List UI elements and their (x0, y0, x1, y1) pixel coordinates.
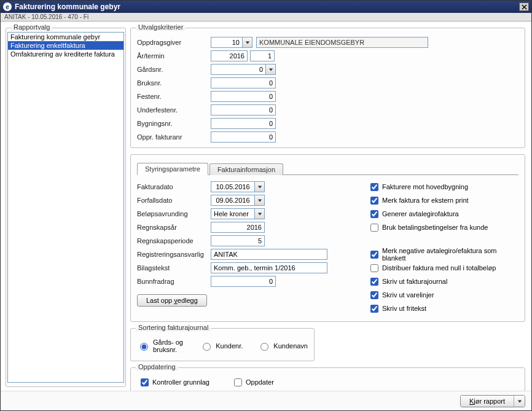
run-report-button[interactable]: Kjør rapport (461, 396, 514, 407)
chk-kontroller-grunnlag-input[interactable] (141, 378, 149, 386)
registreringsansvarlig-label: Registreringsansvarlig (137, 251, 211, 258)
window-title: Fakturering kommunale gebyr (15, 2, 120, 11)
utvalgskriterier-group: Utvalgskriterier Oppdragsgiver KOMMUNALE… (130, 28, 525, 148)
svg-marker-7 (517, 400, 521, 402)
title-bar: e Fakturering kommunale gebyr (1, 1, 531, 13)
bunnfradrag-label: Bunnfradrag (137, 278, 211, 285)
chevron-down-icon[interactable] (242, 37, 252, 47)
tab-fakturainformasjon[interactable]: Fakturainformasjon (209, 163, 283, 175)
upload-attachment-button[interactable]: Last opp vedlegg (137, 294, 207, 307)
sortering-legend: Sortering fakturajournal (136, 324, 211, 331)
list-item[interactable]: Omfakturering av krediterte faktura (8, 50, 123, 58)
regnskapsar-label: Regnskapsår (137, 224, 211, 231)
underfestenr-input[interactable] (211, 104, 276, 115)
gardsnr-input[interactable] (211, 65, 265, 74)
bygningsnr-input[interactable] (211, 118, 276, 129)
belopsavrunding-input[interactable] (211, 209, 254, 219)
radio-kundenr-label: Kundenr. (216, 342, 243, 350)
chevron-down-icon[interactable] (254, 195, 264, 205)
opprfakturanr-label: Oppr. fakturanr (137, 133, 211, 141)
termin-input[interactable] (250, 50, 275, 61)
bruksnr-label: Bruksnr. (137, 79, 211, 87)
chk-avtalegiro-label: Generer avtalegirofaktura (382, 210, 459, 217)
chk-kontroller-grunnlag[interactable]: Kontroller grunnlag (141, 375, 209, 389)
festenr-input[interactable] (211, 91, 276, 102)
chk-oppdater-label: Oppdater (246, 378, 274, 386)
close-button[interactable] (519, 2, 529, 11)
tab-styringsparametre[interactable]: Styringsparametre (137, 163, 208, 175)
gardsnr-field[interactable] (211, 64, 276, 75)
chk-avtalegiro[interactable] (370, 210, 378, 218)
chevron-down-icon (517, 399, 522, 404)
opprfakturanr-input[interactable] (211, 131, 276, 143)
ar-input[interactable] (211, 50, 248, 61)
radio-kundenavn-input[interactable] (260, 343, 268, 351)
chevron-down-icon[interactable] (265, 65, 275, 74)
utvalgskriterier-legend: Utvalgskriterier (136, 23, 186, 31)
sortering-group: Sortering fakturajournal Gårds- og bruks… (130, 328, 315, 361)
oppdatering-group: Oppdatering Kontroller grunnlag Oppdater (130, 367, 525, 391)
upload-attachment-label: Last opp vedlegg (146, 297, 198, 304)
regnskapsperiode-input[interactable] (211, 235, 265, 246)
bunnfradrag-input[interactable] (211, 276, 276, 287)
chk-fakturajournal-label: Skriv ut fakturajournal (382, 278, 447, 285)
oppdragsgiver-label: Oppdragsgiver (137, 39, 211, 46)
radio-gardsbruksnr[interactable]: Gårds- og bruksnr. (137, 339, 185, 353)
chk-oppdater-input[interactable] (234, 378, 242, 386)
chk-fakturajournal[interactable] (370, 278, 378, 286)
radio-kundenr[interactable]: Kundenr. (200, 341, 243, 351)
artermin-label: År/termin (137, 52, 211, 60)
radio-kundenavn-label: Kundenavn (273, 342, 308, 350)
chk-betalingsbetingelser[interactable] (370, 224, 378, 232)
svg-marker-5 (257, 199, 261, 202)
regnskapsperiode-label: Regnskapsperiode (137, 237, 211, 245)
sub-title-bar: ANITAK - 10.05.2016 - 470 - Fi (1, 13, 531, 22)
fakturadato-field[interactable] (211, 181, 265, 192)
radio-gardsbruksnr-input[interactable] (140, 343, 148, 351)
oppdatering-legend: Oppdatering (136, 363, 178, 370)
forfallsdato-input[interactable] (211, 195, 254, 205)
svg-marker-3 (268, 68, 272, 71)
chk-varelinjer[interactable] (370, 291, 378, 299)
belopsavrunding-field[interactable] (211, 208, 265, 219)
app-logo-icon: e (3, 2, 12, 11)
chk-ekstern-print-label: Merk faktura for ekstern print (382, 197, 469, 204)
bilagstekst-input[interactable] (211, 262, 327, 273)
svg-marker-4 (257, 186, 261, 188)
chk-distribuer-null-label: Distribuer faktura med null i totalbeløp (382, 264, 496, 272)
bilagstekst-label: Bilagstekst (137, 264, 211, 272)
chk-oppdater[interactable]: Oppdater (234, 375, 274, 389)
fakturadato-input[interactable] (211, 182, 254, 192)
forfallsdato-field[interactable] (211, 195, 265, 206)
gardsnr-label: Gårdsnr. (137, 66, 211, 73)
regnskapsar-input[interactable] (211, 222, 265, 233)
chk-betalingsbetingelser-label: Bruk betalingsbetingelser fra kunde (382, 224, 488, 231)
list-item[interactable]: Fakturering kommunale gebyr (8, 33, 123, 41)
oppdragsgiver-input[interactable] (211, 37, 242, 47)
chevron-down-icon[interactable] (254, 182, 264, 192)
chk-distribuer-null[interactable] (370, 264, 378, 272)
radio-kundenr-input[interactable] (203, 343, 211, 351)
svg-marker-2 (245, 41, 249, 44)
list-item[interactable]: Fakturering enkeltfaktura (8, 41, 123, 50)
chevron-down-icon[interactable] (254, 209, 264, 219)
chk-negative-blankett-label: Merk negative avtalegiro/efaktura som bl… (382, 247, 518, 262)
oppdragsgiver-text: KOMMUNALE EIENDOMSGEBYR (256, 37, 428, 48)
run-report-splitbutton[interactable]: Kjør rapport (460, 395, 525, 407)
chk-negative-blankett[interactable] (370, 251, 378, 259)
chk-fritekst[interactable] (370, 305, 378, 313)
styring-group: Styringsparametre Fakturainformasjon Fak… (130, 154, 525, 322)
rapportvalg-listbox[interactable]: Fakturering kommunale gebyr Fakturering … (7, 32, 124, 383)
run-report-dropdown[interactable] (514, 396, 525, 407)
bygningsnr-label: Bygningsnr. (137, 120, 211, 127)
chk-varelinjer-label: Skriv ut varelinjer (382, 291, 434, 299)
oppdragsgiver-field[interactable] (211, 37, 252, 48)
festenr-label: Festenr. (137, 93, 211, 100)
registreringsansvarlig-input[interactable] (211, 249, 327, 260)
bruksnr-input[interactable] (211, 77, 276, 88)
footer-bar: Kjør rapport (1, 391, 531, 410)
forfallsdato-label: Forfallsdato (137, 197, 211, 204)
radio-kundenavn[interactable]: Kundenavn (257, 341, 308, 351)
chk-ekstern-print[interactable] (370, 197, 378, 205)
chk-hovedbygning[interactable] (370, 183, 378, 191)
